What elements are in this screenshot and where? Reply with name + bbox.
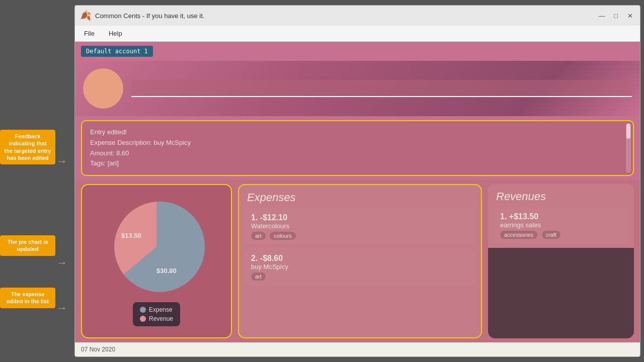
annotation-sidebar: Feedback indicating that the targeted en… bbox=[0, 0, 60, 362]
title-bar: 🍂 Common Cents - If you have it, use it.… bbox=[75, 6, 640, 26]
feedback-content: Entry edited! Expense Description: buy M… bbox=[90, 127, 625, 169]
expense-desc-1: Watercolours bbox=[251, 222, 469, 230]
expense-num-2: 2. bbox=[251, 254, 258, 262]
main-content: $13.50 $30.80 Expense Revenue Expenses bbox=[75, 180, 640, 342]
revenue-num-1: 1. bbox=[500, 212, 507, 221]
revenue-val-1: +$13.50 bbox=[509, 212, 538, 221]
account-tab-bar: Default account 1 bbox=[75, 42, 640, 61]
menu-bar: File Help bbox=[75, 26, 640, 42]
expenses-title: Expenses bbox=[239, 185, 481, 208]
pie-arrow: → bbox=[56, 256, 67, 269]
status-bar: 07 Nov 2020 bbox=[75, 342, 640, 356]
menu-help[interactable]: Help bbox=[106, 29, 125, 38]
pie-legend: Expense Revenue bbox=[133, 302, 180, 326]
window-title: Common Cents - If you have it, use it. bbox=[95, 12, 597, 20]
expense-amount-1: 1. -$12.10 bbox=[251, 213, 469, 222]
revenue-tag-accessories: accessories bbox=[500, 231, 537, 239]
revenue-amount-1: 1. +$13.50 bbox=[500, 212, 622, 221]
expense-legend-label: Expense bbox=[149, 306, 173, 313]
expense-legend-item: Expense bbox=[140, 306, 173, 313]
revenue-tag-craft: craft bbox=[542, 231, 560, 239]
revenue-tags-1: accessories craft bbox=[500, 229, 622, 239]
feedback-line3: Amount: 8.60 bbox=[90, 148, 625, 159]
revenue-desc-1: earrings sales bbox=[500, 221, 622, 229]
expense-num-1: 1. bbox=[251, 213, 258, 222]
expense-list[interactable]: 1. -$12.10 Watercolours art colours 2. -… bbox=[239, 208, 481, 337]
revenue-item-1[interactable]: 1. +$13.50 earrings sales accessories cr… bbox=[494, 207, 628, 244]
revenues-empty-area bbox=[488, 248, 634, 338]
expense-legend-dot bbox=[140, 307, 146, 313]
expense-item-2[interactable]: 2. -$8.60 buy McSpicy art bbox=[245, 249, 475, 286]
expense-desc-2: buy McSpicy bbox=[251, 263, 469, 270]
expense-val-2: -$8.60 bbox=[260, 254, 283, 262]
status-date: 07 Nov 2020 bbox=[81, 346, 115, 353]
search-input[interactable] bbox=[131, 80, 632, 97]
expense-tag-colours: colours bbox=[270, 232, 295, 240]
expense-val-1: -$12.10 bbox=[260, 213, 287, 222]
revenues-section: Revenues 1. +$13.50 earrings sales acces… bbox=[488, 184, 634, 338]
expense-annotation: The expense edited in the list bbox=[0, 288, 55, 308]
feedback-box: Entry edited! Expense Description: buy M… bbox=[81, 120, 634, 176]
feedback-annotation: Feedback indicating that the targeted en… bbox=[0, 130, 55, 164]
revenues-title: Revenues bbox=[488, 184, 634, 207]
feedback-scrollbar[interactable] bbox=[626, 123, 631, 173]
account-tab[interactable]: Default account 1 bbox=[81, 46, 153, 57]
maximize-button[interactable]: □ bbox=[611, 11, 621, 21]
minimize-button[interactable]: — bbox=[597, 11, 607, 21]
feedback-line4: Tags: [art] bbox=[90, 158, 625, 169]
expense-tags-2: art bbox=[251, 270, 469, 281]
title-bar-controls: — □ ✕ bbox=[597, 11, 635, 21]
close-button[interactable]: ✕ bbox=[625, 11, 635, 21]
expense-item-1[interactable]: 1. -$12.10 Watercolours art colours bbox=[245, 208, 475, 245]
header-area bbox=[75, 61, 640, 116]
feedback-scrollbar-thumb bbox=[626, 124, 630, 139]
revenue-legend-dot bbox=[140, 316, 146, 322]
avatar bbox=[83, 68, 123, 109]
pie-section: $13.50 $30.80 Expense Revenue bbox=[81, 184, 232, 338]
feedback-arrow: → bbox=[56, 155, 67, 168]
expense-arrow: → bbox=[56, 302, 67, 315]
pie-chart: $13.50 $30.80 bbox=[106, 197, 207, 297]
menu-file[interactable]: File bbox=[81, 29, 98, 38]
app-icon: 🍂 bbox=[80, 10, 91, 21]
feedback-line2: Expense Description: buy McSpicy bbox=[90, 138, 625, 148]
expense-amount-2: 2. -$8.60 bbox=[251, 254, 469, 263]
revenue-legend-item: Revenue bbox=[140, 315, 173, 322]
expense-tags-1: art colours bbox=[251, 230, 469, 240]
pie-chart-svg bbox=[106, 197, 207, 297]
expenses-section: Expenses 1. -$12.10 Watercolours art col… bbox=[238, 184, 482, 338]
feedback-line1: Entry edited! bbox=[90, 127, 625, 138]
pie-annotation: The pie chart is updated bbox=[0, 235, 55, 256]
expense-pie-label: $13.50 bbox=[121, 232, 141, 239]
revenue-legend-label: Revenue bbox=[149, 315, 173, 322]
header-input-area bbox=[131, 80, 632, 97]
revenue-pie-label: $30.80 bbox=[156, 267, 177, 275]
expense-tag-art-2: art bbox=[251, 273, 266, 281]
expense-tag-art-1: art bbox=[251, 232, 266, 240]
main-window: 🍂 Common Cents - If you have it, use it.… bbox=[74, 5, 640, 357]
